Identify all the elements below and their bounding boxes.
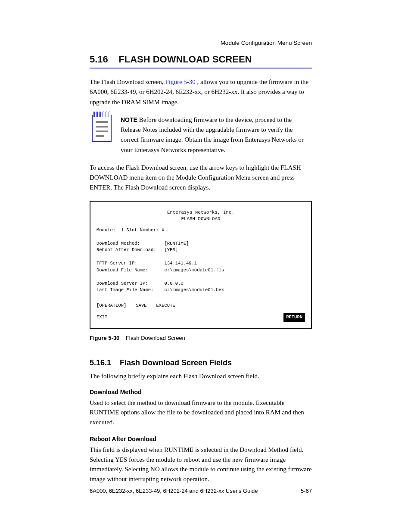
running-header: Module Configuration Menu Screen <box>90 40 312 46</box>
screen-title: FLASH DOWNLOAD <box>97 216 305 223</box>
figure-ref-link[interactable]: Figure 5-30 <box>165 78 195 85</box>
field-desc: This field is displayed when RUNTIME is … <box>90 445 312 484</box>
screen-row-lastfile: Last Image File Name: c:\images\module01… <box>97 287 305 294</box>
title-underline <box>90 68 312 68</box>
screen-row-serial: Download Server IP: 0.0.0.0 <box>97 280 305 287</box>
menu-exit[interactable]: EXIT <box>97 314 107 321</box>
note-text: NOTE Before downloading firmware to the … <box>121 115 312 155</box>
menu-save[interactable]: SAVE <box>136 302 146 309</box>
screen-header: Enterasys Networks, Inc. FLASH DOWNLOAD <box>97 209 305 223</box>
page-footer: 6A000, 6E232-xx, 6E233-49, 6H202-24 and … <box>90 488 312 494</box>
page: Module Configuration Menu Screen 5.16 FL… <box>0 0 411 532</box>
subsection-name: Flash Download Screen Fields <box>120 358 232 367</box>
intro-paragraph: The Flash Download screen, Figure 5-30 ,… <box>90 77 312 107</box>
footer-left: 6A000, 6E232-xx, 6E233-49, 6H202-24 and … <box>90 488 258 494</box>
section-number: 5.16 <box>90 54 108 65</box>
figure-text: Flash Download Screen <box>126 335 185 341</box>
note-label: NOTE <box>121 116 137 123</box>
section-name: FLASH DOWNLOAD SCREEN <box>118 54 252 65</box>
footer-right: 5-67 <box>301 488 312 494</box>
screen-row-server: TFTP Server IP: 134.141.49.1 <box>97 260 305 267</box>
figure-caption: Figure 5-30 Flash Download Screen <box>90 335 312 341</box>
screen-company: Enterasys Networks, Inc. <box>97 209 305 216</box>
access-paragraph: To access the Flash Download screen, use… <box>90 163 312 193</box>
screen-menu: [OPERATION] SAVE EXECUTE <box>97 302 305 309</box>
screen-row-module: Module: 1 Slot Number: X <box>97 227 305 234</box>
field-block: Reboot After Download This field is disp… <box>90 436 312 484</box>
screen-row-reboot: Reboot After Download: [YES] <box>97 247 305 254</box>
subsection-title: 5.16.1 Flash Download Screen Fields <box>90 358 312 367</box>
notepad-icon <box>92 115 112 142</box>
menu-return[interactable]: RETURN <box>283 313 305 322</box>
menu-operation[interactable]: [OPERATION] <box>97 302 126 309</box>
field-name: Reboot After Download <box>90 436 312 442</box>
figure-number: Figure 5-30 <box>90 335 119 341</box>
field-block: Download Method Used to select the metho… <box>90 389 312 427</box>
fields-intro: The following briefly explains each Flas… <box>90 373 312 380</box>
note-block: NOTE Before downloading firmware to the … <box>90 115 312 155</box>
note-icon-wrap <box>90 115 114 142</box>
screen-row-method: Download Method: [RUNTIME] <box>97 240 305 247</box>
field-name: Download Method <box>90 389 312 395</box>
section-title: 5.16 FLASH DOWNLOAD SCREEN <box>90 54 312 65</box>
screen-row-filename: Download File Name: c:\images\module01.f… <box>97 267 305 274</box>
subsection-number: 5.16.1 <box>90 358 111 367</box>
terminal-screen: Enterasys Networks, Inc. FLASH DOWNLOAD … <box>90 201 312 329</box>
menu-execute[interactable]: EXECUTE <box>156 302 175 309</box>
field-desc: Used to select the method to download fi… <box>90 398 312 427</box>
